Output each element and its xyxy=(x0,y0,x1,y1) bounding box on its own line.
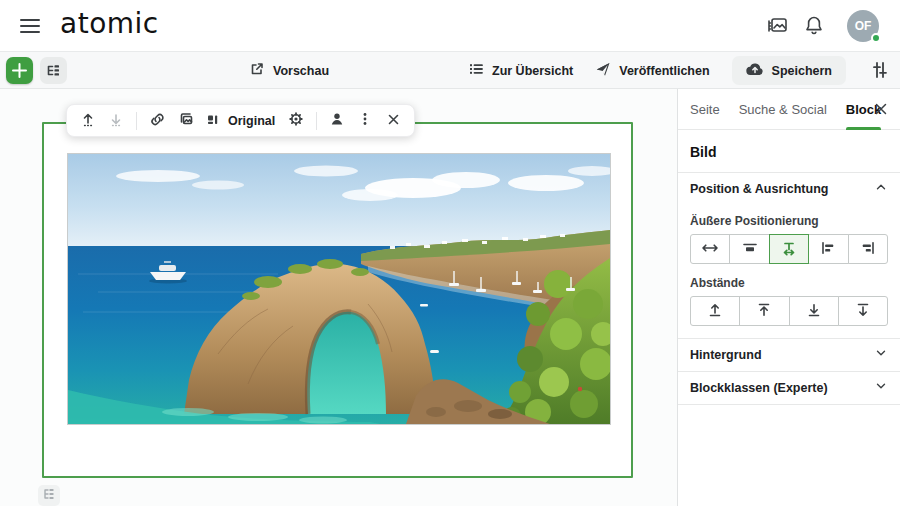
arrow-up-from-line-icon xyxy=(705,301,725,322)
tree-list-icon xyxy=(39,492,59,506)
fit-content-icon xyxy=(779,239,799,260)
position-align-left-button[interactable] xyxy=(808,234,848,264)
paper-plane-icon xyxy=(595,61,611,80)
link-button[interactable] xyxy=(144,108,170,134)
cloud-upload-icon xyxy=(746,62,764,80)
arrow-down-icon xyxy=(108,111,124,130)
online-status-dot xyxy=(871,33,881,43)
toolbar-divider xyxy=(136,112,137,130)
tab-seite[interactable]: Seite xyxy=(690,89,720,130)
editor-settings-button[interactable] xyxy=(868,59,892,83)
tab-suche-social[interactable]: Suche & Social xyxy=(739,89,827,130)
media-library-icon xyxy=(764,27,790,42)
position-fit-content-button[interactable] xyxy=(769,234,809,264)
arrow-up-icon xyxy=(80,111,96,130)
full-width-icon xyxy=(700,239,720,260)
align-right-icon xyxy=(858,239,878,260)
list-icon xyxy=(468,61,484,80)
section-blockklassen[interactable]: Blockklassen (Experte) xyxy=(678,372,900,405)
replace-image-button[interactable] xyxy=(172,108,198,134)
sliders-icon xyxy=(869,69,891,84)
chevron-down-icon xyxy=(874,379,888,397)
section-label: Hintergrund xyxy=(690,348,762,362)
editor-toolbar: Vorschau Zur Übersicht xyxy=(0,52,900,89)
page-structure-button[interactable] xyxy=(40,57,67,84)
chevron-up-icon xyxy=(874,180,888,198)
tree-list-icon xyxy=(40,72,67,87)
align-left-icon xyxy=(818,239,838,260)
person-icon xyxy=(329,111,345,130)
preview-label: Vorschau xyxy=(273,64,329,78)
arrow-up-to-line-icon xyxy=(754,301,774,322)
spacing-label: Abstände xyxy=(678,264,900,296)
sidebar-tabs: Seite Suche & Social Block xyxy=(678,89,900,130)
close-icon xyxy=(386,112,401,130)
section-label: Blockklassen (Experte) xyxy=(690,381,828,395)
section-hintergrund[interactable]: Hintergrund xyxy=(678,339,900,372)
outer-positioning-group xyxy=(690,234,888,264)
section-spacer xyxy=(678,326,900,338)
overview-button[interactable]: Zur Übersicht xyxy=(468,52,573,89)
bell-icon xyxy=(802,27,826,42)
spacing-top-outer-button[interactable] xyxy=(690,296,740,326)
spacing-group xyxy=(690,296,888,326)
link-icon xyxy=(149,111,166,131)
position-center-button[interactable] xyxy=(729,234,769,264)
spacing-bottom-inner-button[interactable] xyxy=(789,296,839,326)
position-align-right-button[interactable] xyxy=(848,234,888,264)
align-center-icon xyxy=(740,239,760,260)
block-type-heading: Bild xyxy=(678,130,900,173)
save-button[interactable]: Speichern xyxy=(732,56,846,85)
block-structure-button[interactable] xyxy=(38,485,60,506)
app-root: atomic OF xyxy=(0,0,900,506)
close-icon xyxy=(872,106,890,121)
add-block-button[interactable] xyxy=(6,57,33,84)
spacing-bottom-outer-button[interactable] xyxy=(838,296,888,326)
section-label: Position & Ausrichtung xyxy=(690,182,828,196)
close-block-toolbar-button[interactable] xyxy=(380,108,406,134)
selected-image-block[interactable] xyxy=(42,122,633,478)
move-block-down-button[interactable] xyxy=(103,108,129,134)
more-options-button[interactable] xyxy=(352,108,378,134)
move-block-up-button[interactable] xyxy=(75,108,101,134)
image-size-value: Original xyxy=(228,114,275,128)
image-settings-button[interactable] xyxy=(283,108,309,134)
plus-icon xyxy=(6,72,33,87)
author-button[interactable] xyxy=(324,108,350,134)
image-size-button[interactable]: Original xyxy=(200,108,281,134)
overview-label: Zur Übersicht xyxy=(492,64,573,78)
kebab-menu-icon xyxy=(357,111,373,130)
save-label: Speichern xyxy=(772,64,832,78)
notifications-button[interactable] xyxy=(801,13,827,39)
preview-button[interactable]: Vorschau xyxy=(249,52,329,89)
position-full-width-button[interactable] xyxy=(690,234,730,264)
image-block-content[interactable] xyxy=(67,153,611,425)
media-library-button[interactable] xyxy=(764,13,790,39)
spacing-top-inner-button[interactable] xyxy=(739,296,789,326)
chevron-down-icon xyxy=(874,346,888,364)
avatar-initials: OF xyxy=(855,19,872,33)
settings-sidebar: Seite Suche & Social Block Bild Position… xyxy=(677,89,900,506)
section-position-ausrichtung[interactable]: Position & Ausrichtung xyxy=(678,173,900,206)
toolbar-divider xyxy=(316,112,317,130)
hamburger-menu-button[interactable] xyxy=(18,15,42,37)
external-link-icon xyxy=(249,61,265,80)
editor-canvas[interactable]: Original xyxy=(0,89,677,506)
topbar: atomic OF xyxy=(0,0,900,52)
block-toolbar: Original xyxy=(66,104,415,137)
arrow-down-from-line-icon xyxy=(853,301,873,322)
publish-button[interactable]: Veröffentlichen xyxy=(595,52,709,89)
image-stack-icon xyxy=(177,111,194,131)
toolbar-right-group: Zur Übersicht Veröffentlichen xyxy=(468,52,892,89)
gear-icon xyxy=(288,111,304,130)
avatar[interactable]: OF xyxy=(847,10,879,42)
app-logo: atomic xyxy=(60,7,159,40)
arrow-down-to-line-icon xyxy=(804,301,824,322)
outer-positioning-label: Äußere Positionierung xyxy=(678,206,900,234)
close-sidebar-button[interactable] xyxy=(871,100,891,120)
publish-label: Veröffentlichen xyxy=(619,64,709,78)
hamburger-icon xyxy=(18,25,42,40)
size-bars-icon xyxy=(206,112,221,130)
coastal-photo xyxy=(68,154,610,424)
